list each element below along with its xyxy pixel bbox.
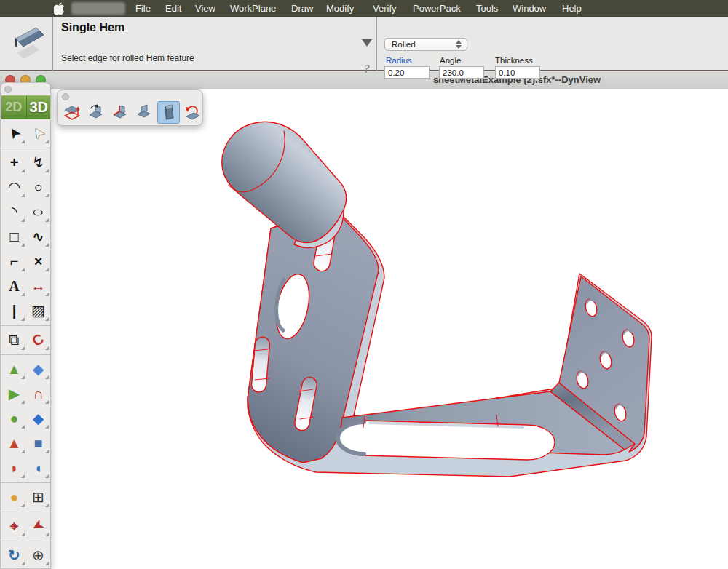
radius-field[interactable] <box>384 66 430 79</box>
menu-workplane[interactable]: WorkPlane <box>230 2 276 15</box>
circle-tool-icon: ○ <box>33 179 42 196</box>
arc-tool-icon: ◠ <box>8 178 20 196</box>
extrude-tool-icon: ▶ <box>9 385 20 402</box>
sheet-palette-close-button[interactable] <box>62 93 69 100</box>
boolean-union-tool-icon: ■ <box>33 435 42 452</box>
surface-tool-icon: ▲ <box>7 361 22 378</box>
blend-surface-tool[interactable]: ● <box>2 406 26 431</box>
copy-transform-tool[interactable]: ⧉ <box>2 327 26 352</box>
ellipse-tool[interactable]: ○ <box>26 199 50 224</box>
boolean-cut-tool[interactable]: ◖ <box>26 455 50 480</box>
sheet-metal-palette <box>57 89 203 126</box>
angle-label: Angle <box>440 56 461 65</box>
menu-powerpack[interactable]: PowerPack <box>413 2 461 15</box>
toolbar-row: ➤➤ <box>1 121 51 146</box>
select-tool-icon: ➤ <box>4 123 25 143</box>
viewport-layout-tool[interactable]: ⊞ <box>26 485 50 509</box>
app-name-redacted <box>71 2 125 15</box>
primitive-solid-tool[interactable]: ◆ <box>26 406 50 431</box>
primitive-solid-tool-icon: ◆ <box>33 410 44 427</box>
hatch-tool[interactable]: ▨ <box>26 298 50 323</box>
panel-divider <box>52 17 53 71</box>
angle-field[interactable] <box>439 66 484 79</box>
magnet-snap-tool[interactable]: C <box>26 327 50 352</box>
magnet-snap-tool-icon: C <box>29 330 47 349</box>
walkthrough-tool[interactable]: ➤ <box>26 514 50 538</box>
toolbar-row: □∿ <box>1 224 51 249</box>
toolbar-row: +↯ <box>1 150 51 175</box>
menu-view[interactable]: View <box>195 2 215 15</box>
toolbar-row: ⌐× <box>1 249 51 274</box>
polyline-tool[interactable]: ↯ <box>26 150 50 175</box>
camera-tool-icon: ⌖ <box>10 518 18 535</box>
fillet-tool[interactable]: ⌐ <box>2 249 26 274</box>
line-tool[interactable]: | <box>2 298 26 323</box>
menu-window[interactable]: Window <box>513 2 546 15</box>
menu-modify[interactable]: Modify <box>326 2 354 15</box>
menu-help[interactable]: Help <box>562 2 582 15</box>
text-tool[interactable]: A <box>2 274 26 298</box>
panel-title: Single Hem <box>61 21 124 34</box>
loft-tool[interactable]: ▲ <box>2 431 26 455</box>
rectangle-tool[interactable]: □ <box>2 224 26 249</box>
hem-type-select[interactable]: Rolled <box>384 38 467 51</box>
render-tool-icon: ● <box>9 489 18 506</box>
extrude-tool[interactable]: ▶ <box>2 381 26 406</box>
copy-transform-tool-icon: ⧉ <box>9 332 19 349</box>
point-tool[interactable]: + <box>2 150 26 175</box>
toolbar-row: ▲■ <box>1 431 51 455</box>
closed-hem-tool-icon <box>135 103 154 122</box>
view-mode-toggle[interactable]: 2D3D <box>1 95 51 119</box>
palette-close-button[interactable] <box>4 86 12 93</box>
rolled-hem-tool-icon <box>183 103 202 122</box>
dimension-tool[interactable]: ↔ <box>26 274 50 298</box>
thickness-field[interactable] <box>495 66 540 79</box>
menu-edit[interactable]: Edit <box>165 2 181 15</box>
panel-subtitle: Select edge for rolled Hem feature <box>61 53 194 63</box>
surface-tool[interactable]: ▲ <box>2 357 26 381</box>
closed-hem-tool[interactable] <box>133 101 156 124</box>
camera-tool[interactable]: ⌖ <box>2 514 26 538</box>
select-tool[interactable]: ➤ <box>2 121 26 146</box>
viewport-layout-tool-icon: ⊞ <box>32 488 44 506</box>
flange-tool[interactable] <box>109 101 132 124</box>
menu-file[interactable]: File <box>135 2 151 15</box>
solid-box-tool[interactable]: ◆ <box>26 357 50 381</box>
toolbar-row: ↻⊕ <box>1 543 51 568</box>
rolled-hem-tool[interactable] <box>181 101 204 124</box>
view-mode-2d[interactable]: 2D <box>1 96 26 119</box>
trim-tool[interactable]: × <box>26 249 50 274</box>
toolbar-row: ⧉C <box>1 327 51 352</box>
spline-tool-icon: ∿ <box>32 228 44 245</box>
toolbar-row: |▨ <box>1 298 51 323</box>
sweep-tool[interactable]: ◗ <box>2 455 26 480</box>
spline-tool[interactable]: ∿ <box>26 224 50 249</box>
panel-help-button[interactable]: ? <box>364 63 370 76</box>
circle-tool[interactable]: ○ <box>26 175 50 199</box>
apple-menu-icon[interactable] <box>54 2 65 15</box>
panel-collapse-arrow-icon[interactable] <box>362 39 372 47</box>
menu-verify[interactable]: Verify <box>373 2 397 15</box>
bend-tool[interactable] <box>85 101 108 124</box>
boolean-union-tool[interactable]: ■ <box>26 431 50 455</box>
rotate-view-tool[interactable]: ↻ <box>2 543 26 568</box>
zoom-tool[interactable]: ⊕ <box>26 543 50 568</box>
render-tool[interactable]: ● <box>2 485 26 509</box>
curve-tool[interactable]: ◝ <box>2 199 26 224</box>
dimension-tool-icon: ↔ <box>31 278 46 295</box>
select-chevrons-icon <box>456 40 462 49</box>
flat-stock-tool[interactable] <box>61 101 84 124</box>
bend-tool-icon <box>87 103 106 122</box>
toolbar-row: ◗◖ <box>1 455 51 480</box>
view-mode-3d[interactable]: 3D <box>27 96 52 119</box>
single-hem-panel-icon <box>6 18 48 69</box>
menu-tools[interactable]: Tools <box>476 2 498 15</box>
direct-select-tool[interactable]: ➤ <box>26 121 50 146</box>
revolve-tool[interactable]: ∩ <box>26 381 50 406</box>
toolbar-row: ◠○ <box>1 175 51 199</box>
single-hem-tool[interactable] <box>157 101 180 124</box>
arc-tool[interactable]: ◠ <box>2 175 26 199</box>
sheet-metal-bracket[interactable] <box>222 122 652 477</box>
walkthrough-tool-icon: ➤ <box>28 515 48 536</box>
menu-draw[interactable]: Draw <box>291 2 313 15</box>
